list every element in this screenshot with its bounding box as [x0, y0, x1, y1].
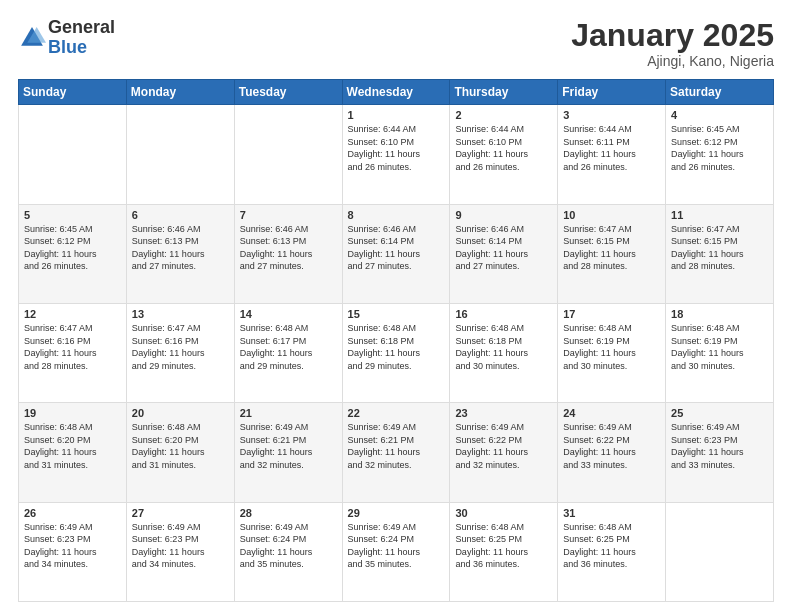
- day-number: 23: [455, 407, 552, 419]
- table-row: [666, 502, 774, 601]
- day-number: 3: [563, 109, 660, 121]
- logo-blue-text: Blue: [48, 37, 87, 57]
- day-number: 13: [132, 308, 229, 320]
- table-row: 19Sunrise: 6:48 AM Sunset: 6:20 PM Dayli…: [19, 403, 127, 502]
- day-number: 5: [24, 209, 121, 221]
- day-info: Sunrise: 6:44 AM Sunset: 6:11 PM Dayligh…: [563, 123, 660, 173]
- calendar-table: Sunday Monday Tuesday Wednesday Thursday…: [18, 79, 774, 602]
- col-tuesday: Tuesday: [234, 80, 342, 105]
- table-row: 8Sunrise: 6:46 AM Sunset: 6:14 PM Daylig…: [342, 204, 450, 303]
- day-info: Sunrise: 6:46 AM Sunset: 6:14 PM Dayligh…: [348, 223, 445, 273]
- day-number: 22: [348, 407, 445, 419]
- table-row: 29Sunrise: 6:49 AM Sunset: 6:24 PM Dayli…: [342, 502, 450, 601]
- day-number: 21: [240, 407, 337, 419]
- day-number: 31: [563, 507, 660, 519]
- table-row: 9Sunrise: 6:46 AM Sunset: 6:14 PM Daylig…: [450, 204, 558, 303]
- col-saturday: Saturday: [666, 80, 774, 105]
- table-row: 16Sunrise: 6:48 AM Sunset: 6:18 PM Dayli…: [450, 303, 558, 402]
- day-info: Sunrise: 6:48 AM Sunset: 6:20 PM Dayligh…: [132, 421, 229, 471]
- table-row: 6Sunrise: 6:46 AM Sunset: 6:13 PM Daylig…: [126, 204, 234, 303]
- day-number: 12: [24, 308, 121, 320]
- table-row: 31Sunrise: 6:48 AM Sunset: 6:25 PM Dayli…: [558, 502, 666, 601]
- table-row: 11Sunrise: 6:47 AM Sunset: 6:15 PM Dayli…: [666, 204, 774, 303]
- table-row: [19, 105, 127, 204]
- table-row: 23Sunrise: 6:49 AM Sunset: 6:22 PM Dayli…: [450, 403, 558, 502]
- calendar-week-row: 19Sunrise: 6:48 AM Sunset: 6:20 PM Dayli…: [19, 403, 774, 502]
- day-number: 4: [671, 109, 768, 121]
- calendar-week-row: 1Sunrise: 6:44 AM Sunset: 6:10 PM Daylig…: [19, 105, 774, 204]
- day-info: Sunrise: 6:44 AM Sunset: 6:10 PM Dayligh…: [348, 123, 445, 173]
- day-info: Sunrise: 6:47 AM Sunset: 6:15 PM Dayligh…: [671, 223, 768, 273]
- calendar-week-row: 12Sunrise: 6:47 AM Sunset: 6:16 PM Dayli…: [19, 303, 774, 402]
- day-number: 1: [348, 109, 445, 121]
- day-number: 11: [671, 209, 768, 221]
- day-number: 27: [132, 507, 229, 519]
- day-info: Sunrise: 6:49 AM Sunset: 6:21 PM Dayligh…: [240, 421, 337, 471]
- logo-icon: [18, 24, 46, 52]
- day-info: Sunrise: 6:46 AM Sunset: 6:13 PM Dayligh…: [132, 223, 229, 273]
- day-number: 9: [455, 209, 552, 221]
- calendar-week-row: 26Sunrise: 6:49 AM Sunset: 6:23 PM Dayli…: [19, 502, 774, 601]
- day-info: Sunrise: 6:49 AM Sunset: 6:23 PM Dayligh…: [132, 521, 229, 571]
- day-number: 28: [240, 507, 337, 519]
- title-block: January 2025 Ajingi, Kano, Nigeria: [571, 18, 774, 69]
- day-number: 24: [563, 407, 660, 419]
- table-row: 4Sunrise: 6:45 AM Sunset: 6:12 PM Daylig…: [666, 105, 774, 204]
- day-number: 10: [563, 209, 660, 221]
- day-info: Sunrise: 6:47 AM Sunset: 6:16 PM Dayligh…: [24, 322, 121, 372]
- day-number: 15: [348, 308, 445, 320]
- table-row: 3Sunrise: 6:44 AM Sunset: 6:11 PM Daylig…: [558, 105, 666, 204]
- day-number: 16: [455, 308, 552, 320]
- table-row: 24Sunrise: 6:49 AM Sunset: 6:22 PM Dayli…: [558, 403, 666, 502]
- table-row: 15Sunrise: 6:48 AM Sunset: 6:18 PM Dayli…: [342, 303, 450, 402]
- main-title: January 2025: [571, 18, 774, 53]
- day-info: Sunrise: 6:44 AM Sunset: 6:10 PM Dayligh…: [455, 123, 552, 173]
- day-info: Sunrise: 6:48 AM Sunset: 6:18 PM Dayligh…: [348, 322, 445, 372]
- day-number: 26: [24, 507, 121, 519]
- table-row: [234, 105, 342, 204]
- table-row: 5Sunrise: 6:45 AM Sunset: 6:12 PM Daylig…: [19, 204, 127, 303]
- day-info: Sunrise: 6:47 AM Sunset: 6:16 PM Dayligh…: [132, 322, 229, 372]
- day-info: Sunrise: 6:48 AM Sunset: 6:17 PM Dayligh…: [240, 322, 337, 372]
- col-friday: Friday: [558, 80, 666, 105]
- day-info: Sunrise: 6:48 AM Sunset: 6:19 PM Dayligh…: [563, 322, 660, 372]
- table-row: 14Sunrise: 6:48 AM Sunset: 6:17 PM Dayli…: [234, 303, 342, 402]
- table-row: 13Sunrise: 6:47 AM Sunset: 6:16 PM Dayli…: [126, 303, 234, 402]
- table-row: 1Sunrise: 6:44 AM Sunset: 6:10 PM Daylig…: [342, 105, 450, 204]
- table-row: 12Sunrise: 6:47 AM Sunset: 6:16 PM Dayli…: [19, 303, 127, 402]
- day-number: 17: [563, 308, 660, 320]
- col-monday: Monday: [126, 80, 234, 105]
- col-sunday: Sunday: [19, 80, 127, 105]
- table-row: 7Sunrise: 6:46 AM Sunset: 6:13 PM Daylig…: [234, 204, 342, 303]
- day-number: 19: [24, 407, 121, 419]
- day-number: 6: [132, 209, 229, 221]
- day-number: 8: [348, 209, 445, 221]
- day-info: Sunrise: 6:45 AM Sunset: 6:12 PM Dayligh…: [671, 123, 768, 173]
- table-row: 10Sunrise: 6:47 AM Sunset: 6:15 PM Dayli…: [558, 204, 666, 303]
- sub-title: Ajingi, Kano, Nigeria: [571, 53, 774, 69]
- table-row: 30Sunrise: 6:48 AM Sunset: 6:25 PM Dayli…: [450, 502, 558, 601]
- day-info: Sunrise: 6:48 AM Sunset: 6:18 PM Dayligh…: [455, 322, 552, 372]
- day-number: 30: [455, 507, 552, 519]
- table-row: 17Sunrise: 6:48 AM Sunset: 6:19 PM Dayli…: [558, 303, 666, 402]
- day-info: Sunrise: 6:49 AM Sunset: 6:21 PM Dayligh…: [348, 421, 445, 471]
- table-row: 21Sunrise: 6:49 AM Sunset: 6:21 PM Dayli…: [234, 403, 342, 502]
- logo-general-text: General: [48, 17, 115, 37]
- day-info: Sunrise: 6:45 AM Sunset: 6:12 PM Dayligh…: [24, 223, 121, 273]
- logo: General Blue: [18, 18, 115, 58]
- logo-text: General Blue: [48, 18, 115, 58]
- day-info: Sunrise: 6:47 AM Sunset: 6:15 PM Dayligh…: [563, 223, 660, 273]
- day-info: Sunrise: 6:49 AM Sunset: 6:23 PM Dayligh…: [24, 521, 121, 571]
- day-info: Sunrise: 6:48 AM Sunset: 6:25 PM Dayligh…: [563, 521, 660, 571]
- day-number: 20: [132, 407, 229, 419]
- table-row: [126, 105, 234, 204]
- table-row: 2Sunrise: 6:44 AM Sunset: 6:10 PM Daylig…: [450, 105, 558, 204]
- day-number: 14: [240, 308, 337, 320]
- table-row: 26Sunrise: 6:49 AM Sunset: 6:23 PM Dayli…: [19, 502, 127, 601]
- day-info: Sunrise: 6:49 AM Sunset: 6:22 PM Dayligh…: [563, 421, 660, 471]
- col-thursday: Thursday: [450, 80, 558, 105]
- table-row: 25Sunrise: 6:49 AM Sunset: 6:23 PM Dayli…: [666, 403, 774, 502]
- day-info: Sunrise: 6:48 AM Sunset: 6:25 PM Dayligh…: [455, 521, 552, 571]
- day-info: Sunrise: 6:49 AM Sunset: 6:22 PM Dayligh…: [455, 421, 552, 471]
- table-row: 18Sunrise: 6:48 AM Sunset: 6:19 PM Dayli…: [666, 303, 774, 402]
